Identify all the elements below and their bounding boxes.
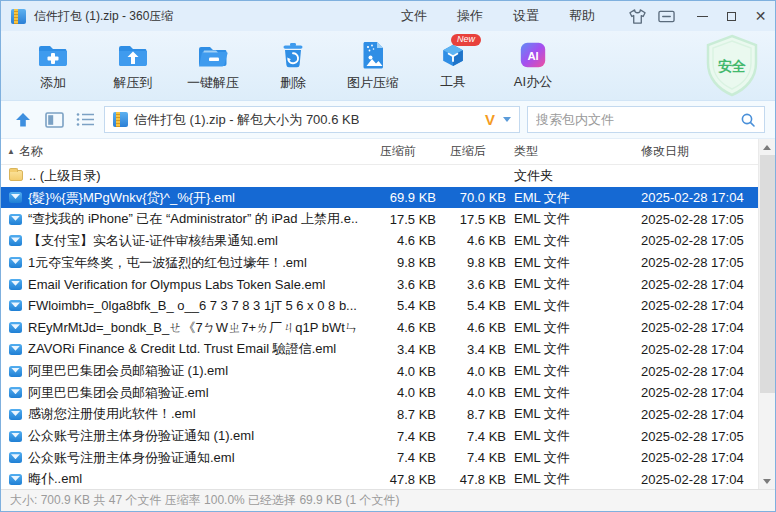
modified-date: 2025-02-28 17:04 <box>638 450 758 465</box>
add-folder-icon <box>37 39 69 71</box>
modified-date: 2025-02-28 17:04 <box>638 407 758 422</box>
table-row[interactable]: Email Verification for Olympus Labs Toke… <box>1 273 758 295</box>
table-row[interactable]: 公众账号注册主体身份验证通知 (1).eml 7.4 KB 7.4 KB EML… <box>1 425 758 447</box>
file-type: EML 文件 <box>508 427 638 445</box>
tools-button[interactable]: New 工具 <box>413 34 493 98</box>
file-name: FWloimbh=_0lga8bfk_B_ o__6 7 3 7 8 3 1jT… <box>28 298 357 313</box>
table-row[interactable]: “查找我的 iPhone” 已在 “Administrator” 的 iPad … <box>1 208 758 230</box>
size-before: 4.6 KB <box>358 320 438 335</box>
column-header-name[interactable]: ▲ 名称 <box>1 143 358 160</box>
archive-path-combobox[interactable]: 信件打包 (1).zip - 解包大小为 700.6 KB V <box>104 106 520 133</box>
file-icon <box>9 235 22 246</box>
app-zip-icon <box>11 9 26 24</box>
menu-help[interactable]: 帮助 <box>554 1 610 31</box>
column-header-size-before[interactable]: 压缩前 <box>358 143 438 160</box>
size-after: 4.6 KB <box>438 233 508 248</box>
sort-ascending-icon: ▲ <box>7 147 15 156</box>
size-before: 4.0 KB <box>358 385 438 400</box>
size-before: 3.4 KB <box>358 342 438 357</box>
file-name: 公众账号注册主体身份验证通知 (1).eml <box>28 427 254 445</box>
modified-date: 2025-02-28 17:04 <box>638 385 758 400</box>
maximize-button[interactable] <box>717 1 746 31</box>
search-input[interactable] <box>536 112 740 127</box>
column-header-size-after[interactable]: 压缩后 <box>438 143 508 160</box>
v-logo-icon: V <box>485 111 495 128</box>
list-view-icon[interactable] <box>73 108 97 132</box>
file-name: “查找我的 iPhone” 已在 “Administrator” 的 iPad … <box>28 210 358 228</box>
modified-date: 2025-02-28 17:05 <box>638 255 758 270</box>
table-row[interactable]: 公众账号注册主体身份验证通知.eml 7.4 KB 7.4 KB EML 文件 … <box>1 447 758 469</box>
scroll-down-button[interactable] <box>759 473 775 489</box>
up-directory-icon[interactable] <box>11 108 35 132</box>
menu-operation[interactable]: 操作 <box>442 1 498 31</box>
modified-date: 2025-02-28 17:05 <box>638 212 758 227</box>
tool-label: 删除 <box>280 74 306 92</box>
minimize-button[interactable] <box>688 1 717 31</box>
size-after: 5.4 KB <box>438 298 508 313</box>
safety-shield-badge[interactable]: 安全 <box>703 34 761 101</box>
archive-zip-icon <box>113 112 128 127</box>
size-after: 9.8 KB <box>438 255 508 270</box>
image-compress-button[interactable]: 图片压缩 <box>333 34 413 98</box>
feedback-icon[interactable] <box>657 8 676 25</box>
file-icon <box>9 322 22 333</box>
size-before: 7.4 KB <box>358 429 438 444</box>
ai-office-button[interactable]: AI AI办公 <box>493 34 573 98</box>
file-name: 【支付宝】实名认证-证件审核结果通知.eml <box>28 232 278 250</box>
add-button[interactable]: 添加 <box>13 34 93 98</box>
size-before: 9.8 KB <box>358 255 438 270</box>
list-header: ▲ 名称 压缩前 压缩后 类型 修改日期 <box>1 139 758 165</box>
size-after: 7.4 KB <box>438 429 508 444</box>
extract-to-button[interactable]: 解压到 <box>93 34 173 98</box>
window-title: 信件打包 (1).zip - 360压缩 <box>34 8 173 25</box>
file-type: EML 文件 <box>508 340 638 358</box>
size-after: 47.8 KB <box>438 472 508 487</box>
file-type: EML 文件 <box>508 297 638 315</box>
modified-date: 2025-02-28 17:05 <box>638 429 758 444</box>
addressbar: 信件打包 (1).zip - 解包大小为 700.6 KB V <box>1 101 775 139</box>
scroll-up-button[interactable] <box>759 139 775 155</box>
tool-label: AI办公 <box>514 73 552 91</box>
table-row[interactable]: {髮}%{票}MPgWnkv{贷}^_%{开}.eml 69.9 KB 70.0… <box>1 187 758 209</box>
size-after: 3.4 KB <box>438 342 508 357</box>
titlebar: 信件打包 (1).zip - 360压缩 文件 操作 设置 帮助 ✕ <box>1 1 775 31</box>
file-type: EML 文件 <box>508 189 638 207</box>
file-icon <box>9 344 22 355</box>
file-name: ZAVORi Finance & Credit Ltd. Trust Email… <box>28 340 336 358</box>
close-button[interactable]: ✕ <box>746 1 775 31</box>
skin-shirt-icon[interactable] <box>628 8 647 25</box>
table-row[interactable]: 感谢您注册使用此软件！.eml 8.7 KB 8.7 KB EML 文件 202… <box>1 404 758 426</box>
table-row[interactable]: .. (上级目录) 文件夹 <box>1 165 758 187</box>
table-row[interactable]: 晦仆..eml 47.8 KB 47.8 KB EML 文件 2025-02-2… <box>1 469 758 489</box>
file-icon <box>9 257 22 268</box>
file-type: EML 文件 <box>508 275 638 293</box>
table-row[interactable]: 阿里巴巴集团会员邮箱验证 (1).eml 4.0 KB 4.0 KB EML 文… <box>1 360 758 382</box>
search-icon[interactable] <box>740 112 756 128</box>
size-after: 4.6 KB <box>438 320 508 335</box>
size-after: 7.4 KB <box>438 450 508 465</box>
scrollbar-thumb[interactable] <box>760 155 775 393</box>
table-row[interactable]: ZAVORi Finance & Credit Ltd. Trust Email… <box>1 339 758 361</box>
one-click-extract-button[interactable]: 一键解压 <box>173 34 253 98</box>
chevron-down-icon[interactable] <box>503 117 511 122</box>
shield-label: 安全 <box>718 58 746 74</box>
ai-icon-text: AI <box>527 50 538 62</box>
scrollbar[interactable] <box>758 139 775 489</box>
modified-date: 2025-02-28 17:04 <box>638 320 758 335</box>
size-before: 47.8 KB <box>358 472 438 487</box>
table-row[interactable]: FWloimbh=_0lga8bfk_B_ o__6 7 3 7 8 3 1jT… <box>1 295 758 317</box>
menu-file[interactable]: 文件 <box>386 1 442 31</box>
column-header-type[interactable]: 类型 <box>508 143 638 160</box>
table-row[interactable]: 【支付宝】实名认证-证件审核结果通知.eml 4.6 KB 4.6 KB EML… <box>1 230 758 252</box>
preview-pane-icon[interactable] <box>42 108 66 132</box>
file-name: 感谢您注册使用此软件！.eml <box>28 405 196 423</box>
delete-button[interactable]: 删除 <box>253 34 333 98</box>
table-row[interactable]: 1元夺宝年终奖，屯一波猛烈的红包过壕年！.eml 9.8 KB 9.8 KB E… <box>1 252 758 274</box>
column-header-date[interactable]: 修改日期 <box>638 143 758 160</box>
archive-path-text: 信件打包 (1).zip - 解包大小为 700.6 KB <box>134 111 359 129</box>
file-type: EML 文件 <box>508 384 638 402</box>
file-icon <box>9 452 22 463</box>
menu-settings[interactable]: 设置 <box>498 1 554 31</box>
table-row[interactable]: REyMrMtJd=_bondk_B_ㄝ《7ㄅWㄓ7+ㄌ厂ㄐq1P bWtㄣ..… <box>1 317 758 339</box>
table-row[interactable]: 阿里巴巴集团会员邮箱验证.eml 4.0 KB 4.0 KB EML 文件 20… <box>1 382 758 404</box>
